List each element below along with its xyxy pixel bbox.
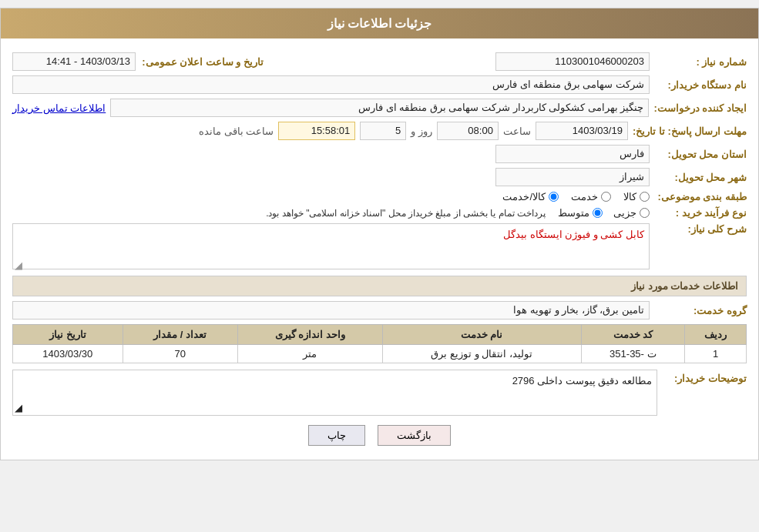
nam-dastgah-value: شرکت سهامی برق منطقه ای فارس — [12, 75, 650, 94]
mohlat-rooz-label: روز و — [411, 125, 432, 137]
col-nam: نام خدمت — [382, 325, 581, 345]
sharh-koli-value: کابل کشی و فیوژن ایستگاه بیدگل — [503, 229, 644, 240]
tawsif-area: مطالعه دقیق پیوست داخلی 2796 ◢ — [12, 370, 657, 416]
nam-dastgah-label: نام دستگاه خریدار: — [654, 79, 747, 91]
col-radif: ردیف — [685, 325, 747, 345]
ettelaat-khedmat-title: اطلاعات خدمات مورد نیاز — [12, 276, 747, 296]
radio-kala-khedmat[interactable] — [549, 192, 559, 202]
col-tedad: تعداد / مقدار — [123, 325, 237, 345]
radio-khedmat[interactable] — [601, 192, 611, 202]
now-farayand-label: نوع فرآیند خرید : — [654, 207, 747, 219]
col-kod: کد خدمت — [581, 325, 685, 345]
radio-kala-khedmat-label: کالا/خدمت — [502, 191, 546, 202]
gorooh-khedmat-value: تامین برق، گاز، بخار و تهویه هوا — [12, 301, 650, 320]
tawsif-value: مطالعه دقیق پیوست داخلی 2796 — [512, 375, 652, 386]
print-button[interactable]: چاپ — [308, 425, 365, 446]
radio-kala[interactable] — [640, 192, 650, 202]
tawsif-label: توضیحات خریدار: — [662, 370, 747, 384]
table-row: 1ت -35-351تولید، انتقال و توزیع برقمتر70… — [13, 345, 747, 363]
tarikh-value: 1403/03/13 - 14:41 — [12, 52, 136, 71]
header-title: جزئیات اطلاعات نیاز — [327, 17, 432, 30]
mohlat-baqi-label: ساعت باقی مانده — [199, 125, 274, 137]
resize-icon: ◢ — [15, 259, 22, 267]
radio-jozi-label: جزیی — [613, 207, 636, 219]
gorooh-khedmat-label: گروه خدمت: — [654, 305, 747, 316]
ostan-label: استان محل تحویل: — [654, 149, 747, 160]
col-tarikh: تاریخ نیاز — [13, 325, 123, 345]
radio-motevaset-item[interactable]: متوسط — [558, 207, 603, 219]
shahr-label: شهر محل تحویل: — [654, 172, 747, 183]
mohlat-saat-label: ساعت — [503, 125, 531, 137]
ijad-konande-value: چنگیز بهرامی کشکولی کاربردار شرکت سهامی … — [110, 99, 649, 117]
back-button[interactable]: بازگشت — [378, 425, 451, 446]
radio-motevaset-label: متوسط — [558, 207, 589, 219]
ostan-value: فارس — [495, 145, 650, 163]
radio-kala-item[interactable]: کالا — [623, 191, 650, 202]
ijad-konande-label: ایجاد کننده درخواست: — [653, 102, 747, 114]
radio-kala-label: کالا — [623, 191, 636, 202]
services-table: ردیف کد خدمت نام خدمت واحد اندازه گیری ت… — [12, 324, 747, 363]
sharh-koli-label: شرح کلی نیاز: — [654, 223, 747, 235]
radio-kala-khedmat-item[interactable]: کالا/خدمت — [502, 191, 559, 202]
radio-khedmat-item[interactable]: خدمت — [571, 191, 611, 202]
mohlat-label: مهلت ارسال پاسخ: تا تاریخ: — [633, 125, 747, 137]
tabaghebandi-label: طبقه بندی موضوعی: — [654, 191, 747, 202]
mohlat-rooz-value: 5 — [360, 122, 406, 140]
radio-jozi-item[interactable]: جزیی — [613, 207, 650, 219]
radio-khedmat-label: خدمت — [571, 191, 598, 202]
col-vahed: واحد اندازه گیری — [237, 325, 382, 345]
tarikh-label: تاریخ و ساعت اعلان عمومی: — [140, 56, 264, 68]
process-description: پرداخت تمام یا بخشی از مبلغ خریداز محل "… — [266, 208, 546, 219]
mohlat-date: 1403/03/19 — [536, 122, 628, 140]
shomara-niaz-value: 1103001046000203 — [495, 52, 650, 71]
radio-motevaset[interactable] — [593, 208, 603, 218]
shomara-niaz-label: شماره نیاز : — [654, 56, 747, 68]
shahr-value: شیراز — [495, 168, 650, 186]
mohlat-saat-value: 08:00 — [437, 122, 499, 140]
page-title: جزئیات اطلاعات نیاز — [1, 8, 758, 38]
notes-resize-icon: ◢ — [15, 402, 22, 413]
radio-jozi[interactable] — [640, 208, 650, 218]
ettelaat-link[interactable]: اطلاعات تماس خریدار — [12, 102, 106, 114]
mohlat-timer: 15:58:01 — [278, 122, 355, 140]
sharh-koli-area: کابل کشی و فیوژن ایستگاه بیدگل ◢ — [12, 223, 650, 269]
